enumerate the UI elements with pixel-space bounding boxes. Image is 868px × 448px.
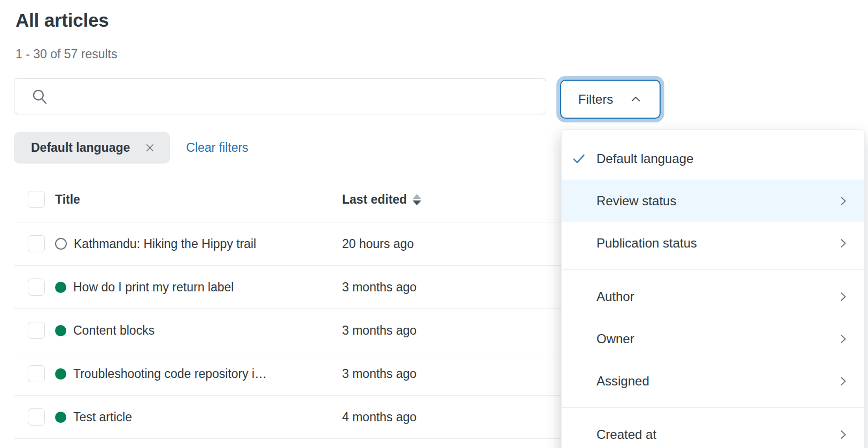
row-checkbox[interactable]: [28, 322, 45, 339]
status-dot-icon-draft: [55, 238, 67, 250]
article-title-link[interactable]: Test article: [73, 410, 132, 424]
select-all-checkbox[interactable]: [28, 191, 45, 208]
column-header-title-label: Title: [55, 192, 80, 207]
chevron-up-icon: [629, 92, 642, 106]
filter-chip-label: Default language: [31, 141, 130, 155]
chevron-right-icon: [836, 428, 849, 441]
search-icon: [30, 87, 49, 105]
menu-item-default-language[interactable]: Default language: [562, 137, 864, 180]
article-title-link[interactable]: Content blocks: [73, 323, 154, 338]
chip-remove-button[interactable]: [144, 142, 156, 154]
title-cell: How do I print my return label: [55, 280, 332, 295]
title-cell: Content blocks: [55, 323, 332, 338]
menu-item-owner[interactable]: Owner: [562, 318, 864, 360]
chevron-right-icon: [836, 290, 849, 303]
filters-button[interactable]: Filters: [560, 80, 661, 119]
menu-item-label: Owner: [596, 331, 634, 346]
menu-item-assigned[interactable]: Assigned: [562, 360, 864, 402]
menu-item-created-at[interactable]: Created at: [562, 413, 864, 448]
filter-chip-default-language: Default language: [14, 132, 170, 164]
menu-item-label: Review status: [596, 194, 676, 208]
column-header-title[interactable]: Title: [55, 192, 332, 207]
chevron-right-icon: [836, 237, 849, 250]
menu-item-publication-status[interactable]: Publication status: [562, 222, 864, 264]
menu-item-label: Author: [596, 289, 634, 304]
row-checkbox[interactable]: [28, 235, 45, 252]
x-mark-icon: [144, 142, 156, 154]
row-checkbox[interactable]: [28, 279, 45, 296]
results-summary: 1 - 30 of 57 results: [15, 47, 118, 61]
sort-carets-icon: [413, 194, 421, 205]
search-box[interactable]: [14, 78, 546, 114]
search-input[interactable]: [58, 89, 535, 104]
column-header-last-edited-label: Last edited: [342, 192, 407, 207]
title-cell: Test article: [55, 410, 332, 424]
menu-item-label: Assigned: [596, 374, 649, 389]
chevron-right-icon: [836, 333, 849, 345]
status-dot-icon-published: [55, 412, 66, 423]
clear-filters-link[interactable]: Clear filters: [186, 141, 248, 155]
check-mark-icon: [571, 151, 587, 167]
menu-divider: [562, 407, 864, 408]
filters-dropdown-menu: Default language Review status Publicati…: [561, 129, 865, 448]
page-title: All articles: [15, 10, 109, 31]
menu-item-review-status[interactable]: Review status: [562, 180, 864, 222]
title-cell: Kathmandu: Hiking the Hippy trail: [55, 237, 332, 251]
chevron-right-icon: [836, 375, 849, 388]
title-cell: Troubleshooting code repository i…: [55, 367, 332, 381]
menu-item-label: Default language: [596, 151, 693, 166]
article-title-link[interactable]: Kathmandu: Hiking the Hippy trail: [74, 237, 256, 251]
active-filters-bar: Default language Clear filters: [14, 132, 249, 164]
filters-button-label: Filters: [578, 92, 613, 107]
chevron-right-icon: [836, 195, 849, 207]
menu-item-author[interactable]: Author: [562, 275, 864, 318]
status-dot-icon-published: [55, 325, 66, 336]
menu-divider: [562, 269, 864, 270]
article-title-link[interactable]: How do I print my return label: [73, 280, 234, 295]
article-title-link[interactable]: Troubleshooting code repository i…: [73, 367, 267, 381]
status-dot-icon-published: [55, 368, 66, 380]
status-dot-icon-published: [55, 282, 66, 293]
menu-item-label: Publication status: [596, 236, 697, 251]
row-checkbox[interactable]: [28, 408, 45, 426]
row-checkbox[interactable]: [28, 365, 45, 382]
menu-item-label: Created at: [596, 427, 656, 442]
